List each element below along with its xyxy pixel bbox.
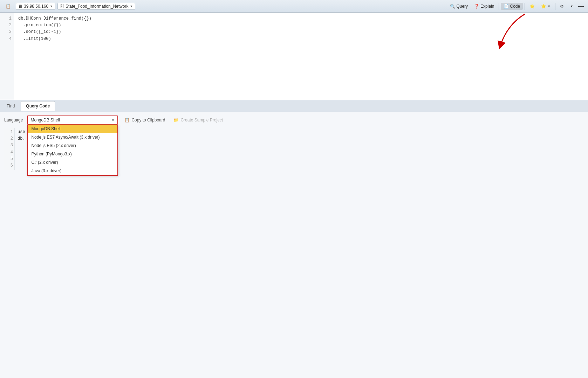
preview-code-3 — [18, 142, 25, 149]
query-editor: 1 2 3 4 db.DHCorn_Difference.find({}) .p… — [0, 13, 588, 100]
preview-code-4 — [18, 149, 25, 156]
settings-icon: ⚙ — [560, 4, 564, 9]
query-icon: 🔍 — [450, 4, 455, 9]
line-num-1: 1 — [2, 15, 12, 22]
tab-query-code[interactable]: Query Code — [21, 101, 55, 111]
nodejs-es7-label: Node.js ES7 Async/Await (3.x driver) — [31, 135, 100, 140]
toolbar-separator-3 — [555, 3, 555, 10]
code-preview-content: use db. — [15, 128, 28, 170]
server-dropdown-arrow: ▼ — [50, 5, 53, 8]
dropdown-item-python[interactable]: Python (PyMongo3.x) — [28, 150, 117, 158]
database-name: State_Food_Information_Network — [66, 4, 128, 9]
csharp-label: C# (2.x driver) — [31, 160, 58, 165]
language-dropdown-arrow: ▼ — [111, 118, 115, 122]
code-editor[interactable]: db.DHCorn_Difference.find({}) .projectio… — [14, 13, 588, 100]
tab-find[interactable]: Find — [1, 101, 20, 111]
language-dropdown[interactable]: MongoDB Shell ▼ — [27, 115, 118, 125]
nodejs-es5-label: Node.js ES5 (2.x driver) — [31, 143, 76, 148]
tab-find-label: Find — [7, 104, 15, 108]
language-label: Language — [4, 118, 23, 122]
favorites-arrow: ▼ — [547, 5, 551, 8]
database-selector[interactable]: 🗄 State_Food_Information_Network ▼ — [57, 3, 135, 10]
action-buttons: 📋 Copy to Clipboard 📁 Create Sample Proj… — [122, 117, 225, 124]
selected-language-text: MongoDB Shell — [30, 118, 60, 122]
create-sample-icon: 📁 — [173, 118, 179, 122]
database-icon: 🗄 — [60, 4, 64, 9]
preview-line-numbers: 1 2 3 4 5 6 — [4, 128, 15, 170]
add-star-icon: ⭐ — [529, 4, 535, 9]
explain-icon: ❓ — [474, 4, 479, 9]
toolbar-separator-1 — [499, 3, 499, 10]
language-dropdown-wrapper: MongoDB Shell ▼ MongoDB Shell Node.js ES… — [27, 115, 118, 125]
line-num-4: 4 — [2, 36, 12, 42]
code-label: Code — [510, 4, 520, 9]
main-area: 1 2 3 4 db.DHCorn_Difference.find({}) .p… — [0, 13, 588, 378]
create-sample-label: Create Sample Project — [180, 118, 223, 122]
settings-dropdown-button[interactable]: ▼ — [567, 4, 576, 9]
copy-clipboard-icon: 📋 — [124, 118, 130, 122]
preview-code-6 — [18, 162, 25, 169]
python-label: Python (PyMongo3.x) — [31, 152, 71, 156]
code-button[interactable]: 📄 Code — [501, 3, 523, 10]
query-label: Query — [456, 4, 468, 9]
toolbar-left: 📋 🖥 39.98.50.160 ▼ 🗄 State_Food_Informat… — [3, 3, 445, 10]
panel-tabs: Find Query Code — [0, 100, 588, 112]
line-num-2: 2 — [2, 22, 12, 29]
code-line-3: .sort({_id:-1}) — [18, 29, 584, 35]
favorites-dropdown-button[interactable]: ⭐ ▼ — [538, 3, 553, 10]
bottom-panel: Find Query Code Language MongoDB Shell ▼ — [0, 100, 588, 378]
explain-label: Explain — [480, 4, 494, 9]
minimize-button[interactable]: — — [577, 3, 585, 9]
mongodb-shell-label: MongoDB Shell — [31, 126, 60, 131]
code-line-1: db.DHCorn_Difference.find({}) — [18, 15, 584, 22]
query-button[interactable]: 🔍 Query — [447, 3, 471, 10]
code-line-2: .projection({}) — [18, 22, 584, 29]
dropdown-item-nodejs-es5[interactable]: Node.js ES5 (2.x driver) — [28, 141, 117, 150]
toolbar-right: 🔍 Query ❓ Explain 📄 Code ⭐ ⭐ ▼ — [447, 3, 585, 10]
server-selector[interactable]: 🖥 39.98.50.160 ▼ — [16, 3, 55, 10]
copy-icon: 📋 — [6, 4, 11, 9]
language-row: Language MongoDB Shell ▼ MongoDB Shell — [4, 115, 584, 125]
star-icon: ⭐ — [541, 4, 546, 9]
preview-line-num-2: 2 — [6, 135, 13, 142]
preview-code-1: use — [18, 129, 25, 135]
panel-content: Language MongoDB Shell ▼ MongoDB Shell — [0, 112, 588, 378]
server-icon: 🖥 — [18, 4, 22, 9]
toolbar: 📋 🖥 39.98.50.160 ▼ 🗄 State_Food_Informat… — [0, 0, 588, 13]
preview-line-num-5: 5 — [6, 156, 13, 162]
code-icon: 📄 — [504, 4, 509, 9]
toolbar-separator-2 — [525, 3, 525, 10]
settings-button[interactable]: ⚙ — [557, 3, 567, 10]
add-favorite-button[interactable]: ⭐ — [527, 3, 538, 10]
dropdown-item-mongodb-shell[interactable]: MongoDB Shell — [28, 125, 117, 133]
dropdown-item-nodejs-es7[interactable]: Node.js ES7 Async/Await (3.x driver) — [28, 133, 117, 141]
line-numbers: 1 2 3 4 — [0, 13, 14, 100]
create-sample-project-button[interactable]: 📁 Create Sample Project — [171, 117, 225, 124]
preview-line-num-6: 6 — [6, 162, 13, 169]
preview-code-2: db. — [18, 135, 25, 142]
copy-clipboard-label: Copy to Clipboard — [131, 118, 165, 122]
language-dropdown-menu: MongoDB Shell Node.js ES7 Async/Await (3… — [27, 125, 118, 176]
dropdown-item-csharp[interactable]: C# (2.x driver) — [28, 158, 117, 167]
server-address: 39.98.50.160 — [24, 4, 48, 9]
app: 📋 🖥 39.98.50.160 ▼ 🗄 State_Food_Informat… — [0, 0, 588, 378]
preview-line-num-3: 3 — [6, 142, 13, 149]
database-dropdown-arrow: ▼ — [130, 5, 133, 8]
preview-line-num-1: 1 — [6, 129, 13, 135]
dropdown-item-java[interactable]: Java (3.x driver) — [28, 167, 117, 175]
copy-clipboard-button[interactable]: 📋 Copy to Clipboard — [122, 117, 167, 124]
code-line-4: .limit(100) — [18, 36, 584, 42]
line-num-3: 3 — [2, 29, 12, 35]
explain-button[interactable]: ❓ Explain — [471, 3, 497, 10]
preview-code-5 — [18, 156, 25, 162]
java-label: Java (3.x driver) — [31, 168, 61, 173]
tab-query-code-label: Query Code — [26, 104, 50, 108]
copy-toolbar-btn[interactable]: 📋 — [3, 3, 14, 10]
settings-dropdown-arrow: ▼ — [570, 5, 573, 8]
preview-line-num-4: 4 — [6, 149, 13, 156]
